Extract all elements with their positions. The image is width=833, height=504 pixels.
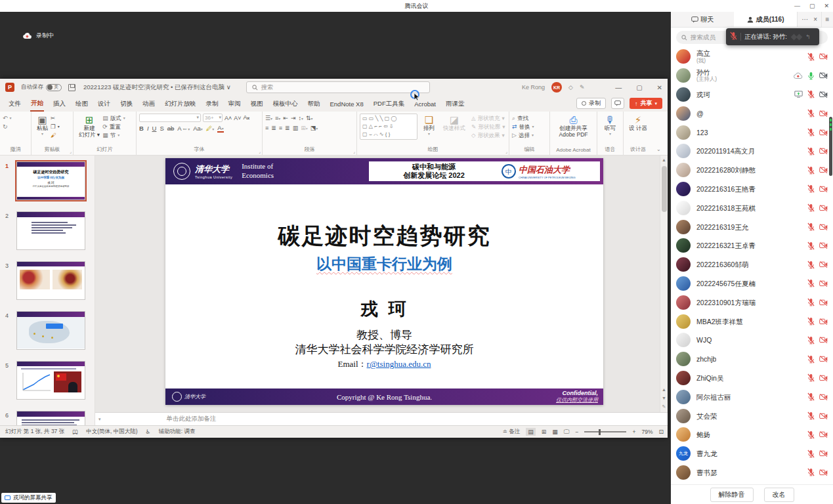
menu-tab-模板中心[interactable]: 模板中心 [272,97,299,111]
language-status[interactable]: 中文(简体, 中国大陆) [86,428,137,436]
fit-to-window-button[interactable]: ⊡ [658,429,664,435]
menu-tab-文件[interactable]: 文件 [8,97,22,111]
autosave-toggle[interactable]: 自动保存 关 [21,83,62,91]
maximize-icon[interactable]: ▢ [809,3,815,9]
tab-members[interactable]: 成员(116) [734,12,797,27]
edit-mode-icon[interactable]: ✎ [580,84,585,91]
slide-thumbnail[interactable] [16,361,85,400]
align-left-button[interactable]: ≡ [265,125,268,131]
new-slide-button[interactable]: ⊞ 新建 幻灯片 ▾ [76,114,102,140]
slide-thumbnail[interactable] [16,411,85,425]
menu-tab-设计[interactable]: 设计 [97,97,111,111]
member-row[interactable]: 九龙曹九龙 [671,444,833,463]
paragraph-launcher-icon[interactable]: ⌟ [353,149,355,154]
increase-indent-button[interactable]: ⇥ [291,115,296,121]
accessibility-icon[interactable]: ♿ [146,429,151,435]
member-row[interactable]: 2022216316王艳青 [671,180,833,199]
member-row[interactable]: 2022245675任夏楠 [671,274,833,293]
panel-menu-icon[interactable]: ≡ [821,12,833,27]
accessibility-status[interactable]: 辅助功能: 调查 [159,428,196,436]
redo-button[interactable]: ↻ [3,123,28,131]
notes-toggle-button[interactable]: ≐ 备注 [503,428,520,436]
minimize-icon[interactable]: — [794,3,800,9]
member-row[interactable]: 2022310901方瑞瑞 [671,293,833,312]
canvas-scrollbar[interactable]: ▲ ▲ ▼ ✎ [660,156,668,412]
browse-button[interactable]: ✎ [662,404,666,410]
member-row[interactable]: 2022216319王允 [671,217,833,236]
member-row[interactable]: 123 [671,123,833,142]
ppt-restore-icon[interactable]: ▢ [636,84,642,91]
member-row[interactable]: MBA2班李祥慧 [671,312,833,331]
numbering-button[interactable]: ≡▾ [275,115,280,121]
underline-button[interactable]: U [152,125,157,132]
paste-button[interactable]: ▣ 粘贴▾ [34,114,51,139]
text-direction-button[interactable]: ⇅▾ [306,115,313,121]
features-icon[interactable]: ◇ [568,84,573,91]
zoom-slider[interactable] [584,431,626,432]
slideshow-button[interactable]: 🖵 [564,429,570,436]
ppt-record-button[interactable]: 录制 [576,98,606,109]
strikethrough-button[interactable]: ab [167,125,175,132]
member-row[interactable]: WJQ [671,331,833,350]
menu-tab-PDF工具集[interactable]: PDF工具集 [373,97,406,111]
font-size-select[interactable]: 36+ [203,114,223,122]
expand-arrow-icon[interactable]: ↰ [805,33,811,40]
email-link[interactable]: r@tsinghua.edu.cn [367,359,431,369]
ppt-share-button[interactable]: ↑共享▾ [630,98,662,109]
rename-button[interactable]: 改名 [764,488,794,502]
font-name-select[interactable] [139,114,201,122]
slide-thumbnail[interactable] [16,311,85,350]
menu-tab-视图[interactable]: 视图 [250,97,264,111]
comments-button[interactable] [611,98,624,109]
ribbon-collapse-icon[interactable]: ⌄ [656,146,661,152]
grow-font-button[interactable]: A˄ [224,115,232,121]
member-row[interactable]: 2022216318王苑棋 [671,198,833,217]
section-button[interactable]: ▦节▾ [102,132,125,139]
columns-button[interactable]: ▥ [293,125,299,131]
notes-pane[interactable]: ▾ 单击此处添加备注 [95,412,668,425]
menu-tab-审阅[interactable]: 审阅 [228,97,242,111]
screen-share-banner[interactable]: 戎珂的屏幕共享 [1,493,56,503]
zoom-out-button[interactable]: − [576,429,579,435]
speaking-indicator-overlay[interactable]: 正在讲话: 孙竹: ↰ [726,28,819,45]
reset-button[interactable]: ⟳重置 [102,123,125,131]
member-row[interactable]: 曹书瑟 [671,463,833,482]
member-row[interactable]: 鲍扬 [671,425,833,444]
shapes-gallery[interactable]: ▭ ▭ ╲ ╲ ▢ ◯ ▢ △ ⌐ ⌐ ⇦ ⇩ ▢ ⌣ ⌒ ∿ { } [360,114,417,140]
bold-button[interactable]: B [139,125,144,132]
menu-tab-动画[interactable]: 动画 [142,97,156,111]
justify-button[interactable]: ≣ [285,125,290,131]
find-button[interactable]: ⌕查找 [512,115,547,122]
panel-close-button[interactable]: × [813,16,817,23]
previous-slide-button[interactable]: ▲ [662,387,666,392]
line-spacing-button[interactable]: ↕▾ [298,115,303,121]
italic-button[interactable]: I [147,125,149,132]
bullets-button[interactable]: ☰▾ [265,115,272,121]
close-icon[interactable]: ✕ [824,3,829,9]
member-row[interactable]: @ [671,104,833,123]
unmute-button[interactable]: 解除静音 [710,488,754,502]
menu-tab-录制[interactable]: 录制 [205,97,219,111]
menu-tab-插入[interactable]: 插入 [53,97,66,111]
menu-tab-雨课堂[interactable]: 雨课堂 [445,97,465,111]
designer-button[interactable]: ⚡ 设 计器 [626,114,650,133]
replace-button[interactable]: ⇄替换 ▾ [512,123,547,131]
menu-tab-幻灯片放映[interactable]: 幻灯片放映 [164,97,197,111]
drawing-launcher-icon[interactable]: ⌟ [505,149,507,154]
member-row[interactable]: 艾会荣 [671,406,833,425]
align-right-button[interactable]: ≡ [279,125,282,131]
slide-thumbnail[interactable] [16,211,85,250]
member-row[interactable]: 孙竹(主持人) [671,66,833,85]
member-row[interactable]: 高立(我) [671,47,833,66]
format-painter-button[interactable]: 🖌 [51,132,60,139]
clipboard-launcher-icon[interactable]: ⌟ [70,149,72,154]
change-case-button[interactable]: Aa▾ [193,125,203,132]
select-button[interactable]: ▷选择 ▾ [512,132,547,139]
ppt-search-input[interactable]: 搜索 [246,81,430,93]
shape-effects-button[interactable]: ◇ 形状效果 ▾ [471,132,505,139]
current-slide[interactable]: 清华大学 Tsinghua University Institute of Ec… [165,158,603,405]
font-launcher-icon[interactable]: ⌟ [259,149,261,154]
shape-fill-button[interactable]: ◬ 形状填充 ▾ [471,115,505,122]
spellcheck-icon[interactable]: 🕮 [72,429,78,435]
slide-thumbnail[interactable]: 碳足迹时空趋势研究 以中国重卡行业为例 戎 珂 清华大学社会科学学院经济学研究所 [16,161,85,200]
